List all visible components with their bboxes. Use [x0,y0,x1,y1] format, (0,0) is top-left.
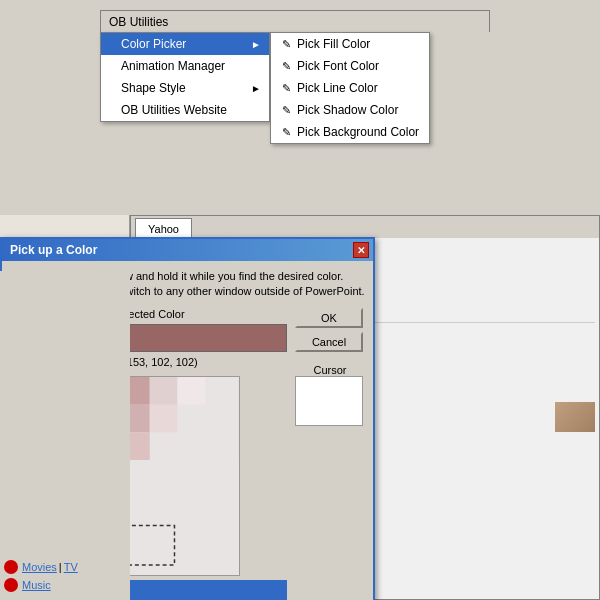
menu-section: OB Utilities Color Picker ► Animation Ma… [100,10,490,122]
submenu-item-background[interactable]: ✎ Pick Background Color [271,121,429,143]
dialog-close-button[interactable]: ✕ [353,242,369,258]
cursor-box [295,376,363,426]
menu-item-website[interactable]: OB Utilities Website [101,99,269,121]
dropdown-container: Color Picker ► Animation Manager Shape S… [100,32,490,122]
svg-rect-27 [150,405,178,433]
pencil-fill-icon: ✎ [279,37,293,51]
pencil-bg-icon: ✎ [279,125,293,139]
pencil-font-icon: ✎ [279,59,293,73]
link-item-movies: Movies | TV [4,560,126,574]
cursor-label: Cursor [295,364,365,376]
dunk-thumbnail [555,402,595,432]
browser-tab-bar: Yahoo [131,216,599,238]
svg-rect-26 [150,377,178,405]
app-title: OB Utilities [109,15,168,29]
submenu-item-shadow[interactable]: ✎ Pick Shadow Color [271,99,429,121]
bottom-links: Movies | TV Music [0,271,130,600]
submenu-arrow-shape-icon: ► [251,83,261,94]
submenu: ✎ Pick Fill Color ✎ Pick Font Color ✎ Pi… [270,32,430,144]
dropdown-menu: Color Picker ► Animation Manager Shape S… [100,32,270,122]
link-item-music: Music [4,578,126,592]
movies-link[interactable]: Movies [22,561,57,573]
cancel-button[interactable]: Cancel [295,332,363,352]
movies-icon [4,560,18,574]
dialog-titlebar: Pick up a Color ✕ [2,239,373,261]
dialog-title: Pick up a Color [10,243,97,257]
bottom-section: Yahoo Y! Web Images ntertainment [0,215,600,600]
pipe-separator: | [59,561,62,573]
menu-item-color-picker[interactable]: Color Picker ► [101,33,269,55]
submenu-item-line[interactable]: ✎ Pick Line Color [271,77,429,99]
menu-item-shape-style[interactable]: Shape Style ► [101,77,269,99]
svg-rect-29 [122,460,239,575]
submenu-item-fill[interactable]: ✎ Pick Fill Color [271,33,429,55]
ok-button[interactable]: OK [295,308,363,328]
menu-item-animation[interactable]: Animation Manager [101,55,269,77]
menu-bar: OB Utilities [100,10,490,32]
dialog-right-panel: OK Cancel Cursor [295,308,365,600]
tv-link[interactable]: TV [64,561,78,573]
submenu-arrow-icon: ► [251,39,261,50]
browser-tab-yahoo[interactable]: Yahoo [135,218,192,238]
music-link[interactable]: Music [22,579,51,591]
submenu-item-font[interactable]: ✎ Pick Font Color [271,55,429,77]
svg-rect-28 [177,377,205,405]
pencil-shadow-icon: ✎ [279,103,293,117]
pencil-line-icon: ✎ [279,81,293,95]
music-icon [4,578,18,592]
